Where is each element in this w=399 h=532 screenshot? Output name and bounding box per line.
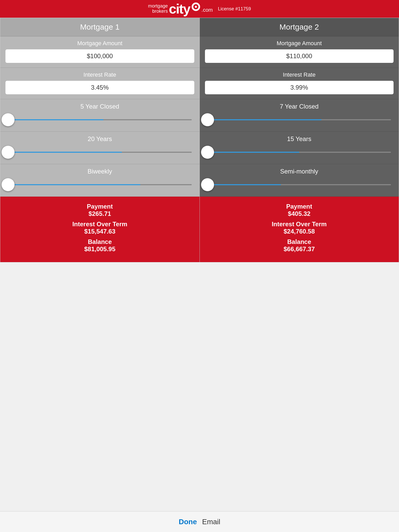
mortgage-2-rate-label: Interest Rate bbox=[205, 71, 394, 78]
mortgage-2-freq-fill bbox=[208, 184, 281, 185]
mortgage-2-amount-input[interactable] bbox=[205, 49, 394, 63]
mortgage-1-title: Mortgage 1 bbox=[0, 18, 200, 36]
mortgage-1-term-slider-container[interactable] bbox=[5, 113, 194, 126]
mortgage-1-amort-section: 20 Years bbox=[0, 132, 200, 164]
mortgage-1-balance-value: $81,005.95 bbox=[4, 245, 195, 253]
mortgage-1-term-section: 5 Year Closed bbox=[0, 99, 200, 132]
mortgage-2-balance-label: Balance bbox=[204, 238, 395, 245]
mortgage-2-rate-input[interactable] bbox=[205, 81, 394, 94]
mortgage-2-payment-value: $405.32 bbox=[204, 210, 395, 217]
mortgage-2-amort-thumb[interactable] bbox=[201, 146, 214, 159]
mortgage-1-term-track bbox=[8, 119, 192, 120]
mortgage-1-term-thumb[interactable] bbox=[2, 113, 15, 126]
mortgage-2-payment-label: Payment bbox=[204, 203, 395, 210]
mortgage-2-balance-value: $66,667.37 bbox=[204, 245, 395, 253]
email-button[interactable]: Email bbox=[202, 518, 220, 526]
logo-small-text: mortgage brokers bbox=[148, 4, 168, 14]
svg-point-2 bbox=[195, 6, 197, 8]
mortgage-1-freq-section: Biweekly bbox=[0, 164, 200, 197]
mortgage-1-amort-track bbox=[8, 152, 192, 153]
footer: Done Email bbox=[0, 511, 399, 532]
mortgage-2-panel: Mortgage 2 Mortgage Amount Interest Rate… bbox=[200, 18, 399, 262]
done-button[interactable]: Done bbox=[179, 518, 197, 526]
logo-target-icon bbox=[191, 2, 201, 11]
mortgage-2-amount-label: Mortgage Amount bbox=[205, 40, 394, 47]
mortgage-2-term-track bbox=[208, 119, 391, 120]
mortgage-1-term-fill bbox=[8, 119, 103, 120]
mortgage-2-title: Mortgage 2 bbox=[200, 18, 399, 36]
mortgage-2-term-slider-container[interactable] bbox=[205, 113, 394, 126]
license-text: License #11759 bbox=[218, 6, 251, 12]
mortgage-2-interest-value: $24,760.58 bbox=[204, 228, 395, 235]
logo-com-text: .com bbox=[202, 7, 213, 13]
mortgage-2-rate-section: Interest Rate bbox=[200, 68, 399, 99]
mortgage-2-amount-section: Mortgage Amount bbox=[200, 36, 399, 68]
mortgage-1-amort-thumb[interactable] bbox=[2, 146, 15, 159]
mortgage-comparison: Mortgage 1 Mortgage Amount Interest Rate… bbox=[0, 18, 399, 262]
main-content: Mortgage 1 Mortgage Amount Interest Rate… bbox=[0, 18, 399, 511]
mortgage-2-amort-track bbox=[208, 152, 391, 153]
mortgage-1-freq-fill bbox=[8, 184, 140, 185]
mortgage-1-payment-value: $265.71 bbox=[4, 210, 195, 217]
mortgage-2-freq-thumb[interactable] bbox=[201, 178, 214, 191]
mortgage-1-balance-label: Balance bbox=[4, 238, 195, 245]
mortgage-2-freq-section: Semi-monthly bbox=[200, 164, 399, 197]
mortgage-2-results: Payment $405.32 Interest Over Term $24,7… bbox=[200, 197, 399, 262]
mortgage-1-amort-label: 20 Years bbox=[5, 135, 194, 143]
mortgage-1-rate-label: Interest Rate bbox=[5, 71, 194, 78]
mortgage-2-freq-slider-container[interactable] bbox=[205, 178, 394, 191]
mortgage-1-amount-input[interactable] bbox=[5, 49, 194, 63]
mortgage-1-results: Payment $265.71 Interest Over Term $15,5… bbox=[0, 197, 200, 262]
logo: mortgage brokers city .com License #1175… bbox=[148, 1, 251, 17]
mortgage-1-interest-value: $15,547.63 bbox=[4, 228, 195, 235]
mortgage-1-rate-section: Interest Rate bbox=[0, 68, 200, 99]
mortgage-2-term-fill bbox=[208, 119, 321, 120]
mortgage-2-amort-fill bbox=[208, 152, 299, 153]
mortgage-1-term-label: 5 Year Closed bbox=[5, 103, 194, 110]
mortgage-2-term-thumb[interactable] bbox=[201, 113, 214, 126]
mortgage-2-amort-slider-container[interactable] bbox=[205, 146, 394, 159]
mortgage-1-interest-label: Interest Over Term bbox=[4, 221, 195, 228]
mortgage-1-amount-label: Mortgage Amount bbox=[5, 40, 194, 47]
mortgage-1-panel: Mortgage 1 Mortgage Amount Interest Rate… bbox=[0, 18, 200, 262]
mortgage-1-freq-label: Biweekly bbox=[5, 168, 194, 175]
mortgage-2-interest-label: Interest Over Term bbox=[204, 221, 395, 228]
mortgage-1-amort-fill bbox=[8, 152, 122, 153]
mortgage-2-amort-label: 15 Years bbox=[205, 135, 394, 143]
mortgage-2-freq-label: Semi-monthly bbox=[205, 168, 394, 175]
mortgage-1-freq-slider-container[interactable] bbox=[5, 178, 194, 191]
mortgage-1-freq-track bbox=[8, 184, 192, 185]
mortgage-1-freq-thumb[interactable] bbox=[2, 178, 15, 191]
mortgage-2-term-label: 7 Year Closed bbox=[205, 103, 394, 110]
mortgage-1-payment-label: Payment bbox=[4, 203, 195, 210]
mortgage-1-amort-slider-container[interactable] bbox=[5, 146, 194, 159]
mortgage-1-amount-section: Mortgage Amount bbox=[0, 36, 200, 68]
app-header: mortgage brokers city .com License #1175… bbox=[0, 0, 399, 18]
logo-city-text: city bbox=[169, 1, 190, 17]
mortgage-2-term-section: 7 Year Closed bbox=[200, 99, 399, 132]
mortgage-1-rate-input[interactable] bbox=[5, 81, 194, 94]
mortgage-2-amort-section: 15 Years bbox=[200, 132, 399, 164]
mortgage-2-freq-track bbox=[208, 184, 391, 185]
